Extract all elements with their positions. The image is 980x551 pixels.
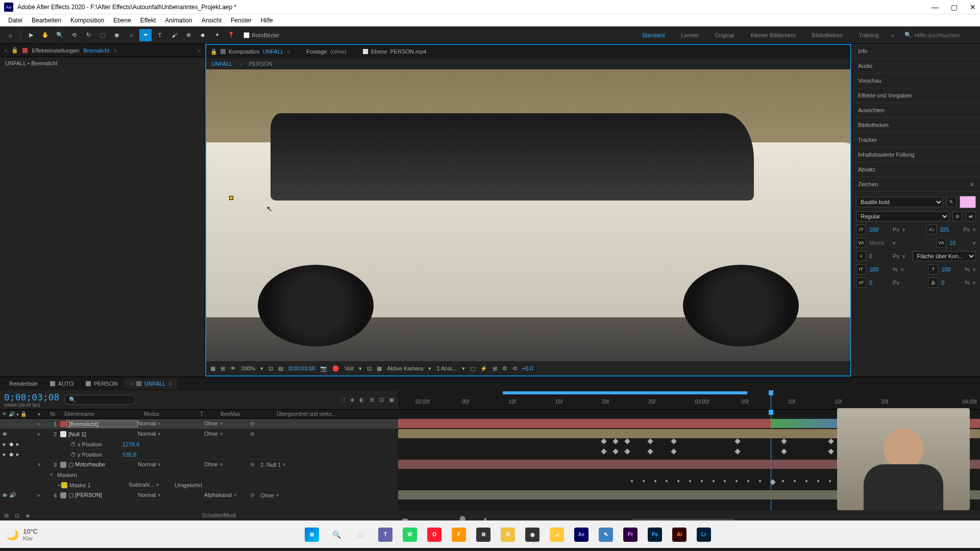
app-icon-1[interactable]: ⚙ [473, 524, 494, 545]
motion-blur-icon[interactable]: ◐ [359, 396, 364, 403]
menu-hilfe[interactable]: Hilfe [257, 16, 277, 25]
render-icon[interactable]: ▣ [389, 396, 394, 403]
panel-info[interactable]: Info [852, 44, 980, 59]
eyedropper-icon[interactable]: ✎ [946, 197, 957, 207]
timeline-icon[interactable]: ⊞ [493, 365, 497, 372]
vertex-handle[interactable] [229, 196, 233, 200]
panel-menu-icon[interactable]: ≡ [114, 47, 117, 54]
panel-tracker[interactable]: Tracker [852, 133, 980, 147]
swap-colors-icon[interactable]: ⇄ [966, 211, 976, 221]
font-style-select[interactable]: Regular [856, 211, 949, 221]
fill-color-swatch[interactable] [960, 196, 976, 208]
maximize-button[interactable]: ▢ [951, 3, 958, 11]
switches-label[interactable]: Schalter/Modi [202, 512, 236, 518]
panel-audio[interactable]: Audio [852, 59, 980, 73]
playhead[interactable] [771, 390, 771, 409]
tl-tab-unfall[interactable]: ×UNFALL≡ [125, 379, 177, 389]
timeline-search[interactable]: 🔍 [64, 395, 136, 405]
fast-preview-icon[interactable]: ⚡ [480, 365, 487, 372]
footage-tab-label[interactable]: Footage [307, 48, 327, 55]
font-size-value[interactable]: 100 [869, 227, 890, 233]
workspace-lernen[interactable]: Lernen [677, 30, 702, 40]
views-dropdown-icon[interactable]: ▾ [462, 365, 465, 372]
mini-tab-unfall[interactable]: UNFALL [211, 61, 233, 67]
workspace-kleiner[interactable]: Kleiner Bildschirm [747, 30, 800, 40]
layer-row-4[interactable]: 👁🔊▸ 4 ▢ [PERSON] Normal▾ Alphakanal▾ ⊚ O… [0, 490, 398, 500]
shy-icon[interactable]: ⬚ [340, 396, 345, 403]
close-button[interactable]: ✕ [970, 3, 976, 11]
comp-tab-menu-icon[interactable]: ≡ [287, 48, 290, 55]
guides-icon[interactable]: ▤ [278, 365, 283, 372]
mask-toggle-icon[interactable]: 👁 [230, 365, 236, 371]
panel-overflow-icon[interactable]: » [198, 47, 201, 54]
help-search[interactable]: 🔍 [904, 32, 976, 38]
panel-absatz[interactable]: Absatz [852, 162, 980, 177]
puppet-tool[interactable]: 📍 [225, 29, 237, 41]
panel-effekte[interactable]: Effekte und Vorgaben [852, 88, 980, 103]
panel-close-icon[interactable]: × [4, 47, 7, 54]
no-fill-icon[interactable]: ⊘ [952, 211, 963, 221]
reset-exposure-icon[interactable]: ⟲ [512, 365, 517, 372]
home-tool[interactable]: ⌂ [4, 29, 16, 41]
grid-toggle-icon[interactable]: ⊞ [220, 365, 225, 372]
workspace-original[interactable]: Original [711, 30, 739, 40]
tl-tab-person[interactable]: PERSON [81, 379, 122, 389]
menu-fenster[interactable]: Fenster [227, 16, 256, 25]
viewer-timecode[interactable]: 0;00;03;08 [288, 365, 315, 371]
workspace-training[interactable]: Training [855, 30, 883, 40]
comp-tab-label[interactable]: Komposition [229, 48, 260, 55]
hand-tool[interactable]: ✋ [39, 29, 52, 41]
leading-value[interactable]: 325 [940, 227, 960, 233]
type-tool[interactable]: T [154, 29, 166, 41]
eraser-tool[interactable]: ◆ [197, 29, 209, 41]
workspace-bibliotheken[interactable]: Bibliotheken [808, 30, 847, 40]
minimize-button[interactable]: — [932, 3, 939, 11]
panel-ausrichten[interactable]: Ausrichten [852, 103, 980, 118]
mini-tab-person[interactable]: PERSON [249, 61, 272, 67]
panel-zeichen[interactable]: Zeichen ≡ [852, 177, 980, 192]
help-search-input[interactable] [915, 32, 976, 38]
tl-tab-auto[interactable]: AUTO [45, 379, 79, 389]
viewer-lock-icon[interactable]: 🔒 [210, 48, 217, 55]
panel-menu-icon[interactable]: ≡ [971, 181, 974, 187]
tracking-value[interactable]: 10 [949, 240, 970, 246]
stroke-width-value[interactable]: 0 [869, 253, 890, 259]
effects-tab-label[interactable]: Effekteinstellungen [32, 47, 79, 54]
unified-camera-tool[interactable]: ⬚ [96, 29, 109, 41]
premiere-icon[interactable]: Pr [620, 524, 641, 545]
panel-vorschau[interactable]: Vorschau [852, 73, 980, 88]
rotate-tool[interactable]: ↻ [82, 29, 94, 41]
explorer-icon[interactable]: 📁 [546, 524, 568, 545]
clone-tool[interactable]: ⊕ [182, 29, 194, 41]
workspace-standard[interactable]: Standard [638, 30, 669, 40]
viewer-canvas[interactable]: ↖ [206, 69, 850, 361]
tl-tab-renderliste[interactable]: Renderliste [4, 379, 43, 389]
channel-icon[interactable]: 🔴 [332, 365, 339, 372]
tsume-value[interactable]: 0 [941, 280, 962, 286]
aftereffects-icon[interactable]: Ae [571, 524, 592, 545]
comp-tab-name[interactable]: UNFALL [263, 48, 284, 55]
transparency-icon[interactable]: ▦ [377, 365, 382, 372]
zoom-dropdown-icon[interactable]: ▾ [260, 365, 263, 372]
roi-icon[interactable]: ⊡ [367, 365, 372, 372]
whatsapp-icon[interactable]: W [399, 524, 421, 545]
pixel-aspect-icon[interactable]: ▢ [470, 365, 475, 372]
weather-widget[interactable]: 🌙 10°C Klar [6, 528, 38, 541]
menu-komposition[interactable]: Komposition [66, 16, 108, 25]
toggle-switches-icon[interactable]: ⊞ [4, 512, 9, 519]
teams-icon[interactable]: T [375, 524, 396, 545]
illustrator-icon[interactable]: Ai [669, 524, 690, 545]
menu-animation[interactable]: Animation [161, 16, 196, 25]
panel-fuellung[interactable]: Inhaltsbasierte Füllung [852, 147, 980, 162]
selection-tool[interactable]: ▶ [25, 29, 37, 41]
search-button[interactable]: 🔍 [326, 524, 347, 545]
toggle-transfer-icon[interactable]: ◈ [26, 512, 30, 519]
menu-datei[interactable]: Datei [4, 16, 27, 25]
menu-ansicht[interactable]: Ansicht [198, 16, 226, 25]
layer-tab-label[interactable]: Ebene [371, 48, 387, 55]
photoshop-icon[interactable]: Ps [644, 524, 666, 545]
menu-effekt[interactable]: Effekt [136, 16, 160, 25]
work-area-bar[interactable] [503, 391, 747, 394]
vscale-value[interactable]: 100 [869, 266, 890, 272]
draft-3d-icon[interactable]: ⊡ [379, 396, 384, 403]
